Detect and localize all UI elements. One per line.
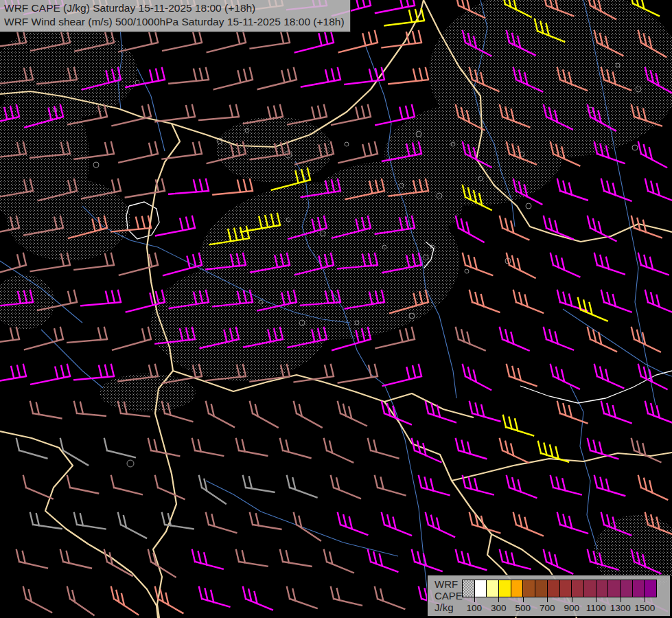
cape-swatch-12 bbox=[607, 580, 620, 597]
cape-tick-label: 1300 bbox=[610, 603, 631, 613]
cape-tick-label: 300 bbox=[491, 603, 507, 613]
cape-tick-mark bbox=[523, 597, 524, 602]
cape-tick-mark bbox=[474, 597, 475, 602]
wrf-cape-windshear-map bbox=[0, 0, 672, 618]
title-line-windshear: WRF Wind shear (m/s) 500/1000hPa Saturda… bbox=[4, 15, 345, 29]
cape-swatch-3 bbox=[498, 580, 511, 597]
cape-swatch-4 bbox=[511, 580, 523, 597]
cape-tick-label: 900 bbox=[564, 603, 579, 613]
cape-tick-label: 700 bbox=[540, 603, 555, 613]
cape-tick-label: 500 bbox=[515, 603, 531, 613]
stipple-region bbox=[216, 117, 333, 183]
title-line-cape: WRF CAPE (J/kg) Saturday 15-11-2025 18:0… bbox=[4, 1, 345, 15]
legend-label-wrf: WRF bbox=[435, 578, 463, 590]
stipple-region bbox=[7, 179, 130, 261]
cape-swatch-11 bbox=[596, 580, 608, 597]
cape-swatch-7 bbox=[547, 580, 559, 597]
cape-swatch-14 bbox=[632, 580, 645, 597]
cape-tick-mark bbox=[645, 597, 645, 602]
cape-swatch-13 bbox=[620, 580, 632, 597]
legend-product-label: WRF CAPE J/kg bbox=[435, 578, 463, 613]
cape-tick-mark bbox=[621, 597, 621, 602]
cape-tick-label: 100 bbox=[466, 603, 482, 613]
legend-label-cape: CAPE bbox=[435, 590, 463, 602]
cape-colorbar-ticks: 100300500700900110013001500 bbox=[462, 597, 657, 615]
cape-swatch-0 bbox=[463, 580, 474, 597]
cape-tick-mark bbox=[572, 597, 572, 602]
cape-swatch-5 bbox=[522, 580, 535, 597]
weather-map-viewport: WRF CAPE (J/kg) Saturday 15-11-2025 18:0… bbox=[0, 0, 672, 618]
cape-swatch-9 bbox=[571, 580, 583, 597]
cape-swatch-10 bbox=[583, 580, 596, 597]
cape-swatch-8 bbox=[559, 580, 572, 597]
cape-tick-mark bbox=[596, 597, 596, 602]
cape-tick-label: 1100 bbox=[586, 603, 606, 613]
cape-tick-mark bbox=[547, 597, 548, 602]
map-title-box: WRF CAPE (J/kg) Saturday 15-11-2025 18:0… bbox=[0, 0, 351, 32]
cape-legend: WRF CAPE J/kg 10030050070090011001300150… bbox=[427, 575, 671, 617]
cape-swatch-6 bbox=[535, 580, 547, 597]
cape-swatch-2 bbox=[486, 580, 498, 597]
cape-tick-label: 1500 bbox=[634, 603, 655, 613]
legend-label-unit: J/kg bbox=[435, 602, 463, 613]
stipple-region bbox=[151, 264, 329, 381]
cape-colorbar bbox=[462, 580, 657, 597]
cape-tick-mark bbox=[498, 597, 499, 602]
cape-swatch-1 bbox=[474, 580, 487, 597]
cape-swatch-15 bbox=[644, 580, 656, 597]
